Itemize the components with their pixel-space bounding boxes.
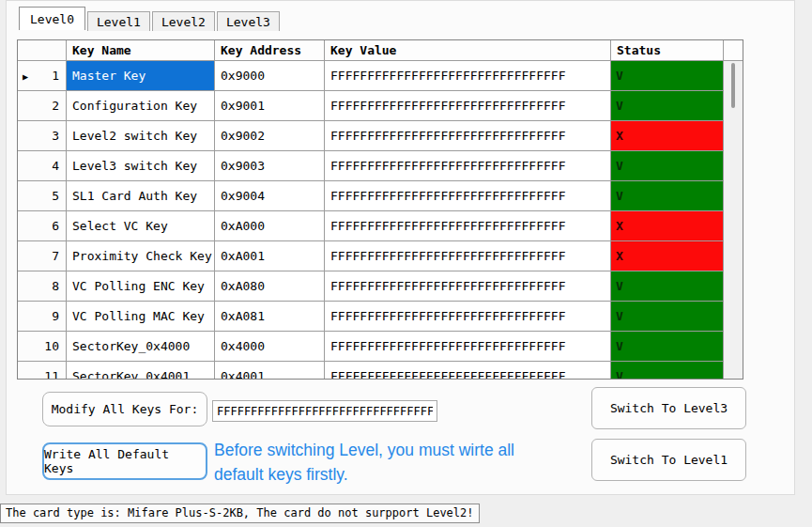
cell-status[interactable]: V (611, 151, 724, 181)
table-row: 8VC Polling ENC Key0xA080FFFFFFFFFFFFFFF… (18, 271, 724, 302)
tab-level3[interactable]: Level3 (217, 11, 280, 31)
current-row-arrow-icon: ▶ (23, 70, 28, 81)
write-all-default-keys-button[interactable]: Write All Default Keys (42, 442, 207, 480)
table-row: 1▶Master Key0x9000FFFFFFFFFFFFFFFFFFFFFF… (18, 61, 724, 91)
row-number[interactable]: 4 (18, 151, 67, 181)
key-manager-window: { "tabs": [ { "label": "Level0", "active… (0, 0, 812, 527)
cell-status[interactable]: V (611, 181, 724, 211)
cell-key-address[interactable]: 0xA080 (215, 271, 325, 302)
cell-key-name[interactable]: SectorKey_0x4001 (67, 362, 215, 380)
modify-all-keys-button[interactable]: Modify All Keys For: (42, 392, 207, 426)
table-row: 10SectorKey_0x40000x4000FFFFFFFFFFFFFFFF… (18, 332, 724, 362)
cell-key-name[interactable]: Level3 switch Key (67, 151, 215, 181)
level-tab-strip: Level0Level1Level2Level3 (19, 7, 282, 29)
row-number[interactable]: 5 (18, 181, 67, 211)
cell-key-address[interactable]: 0x9002 (215, 121, 325, 151)
keys-table: Key NameKey AddressKey ValueStatus1▶Mast… (17, 39, 743, 380)
row-number[interactable]: 8 (18, 271, 67, 302)
table-header-row: Key NameKey AddressKey ValueStatus (18, 40, 724, 61)
cell-key-value[interactable]: FFFFFFFFFFFFFFFFFFFFFFFFFFFFFFFF (325, 332, 611, 362)
row-number[interactable]: 2 (18, 91, 67, 121)
cell-status[interactable]: V (611, 362, 724, 380)
tab-level0[interactable]: Level0 (19, 7, 85, 30)
cell-key-name[interactable]: Proximity Check Key (67, 241, 215, 271)
cell-status[interactable]: X (611, 241, 724, 271)
table-row: 4Level3 switch Key0x9003FFFFFFFFFFFFFFFF… (18, 151, 724, 181)
cell-key-address[interactable]: 0xA081 (215, 302, 325, 332)
cell-status[interactable]: V (611, 91, 724, 121)
column-header-status[interactable]: Status (611, 40, 724, 61)
cell-key-name[interactable]: VC Polling ENC Key (67, 271, 215, 302)
cell-key-name[interactable]: VC Polling MAC Key (67, 302, 215, 332)
cell-key-address[interactable]: 0x9001 (215, 91, 325, 121)
status-bar: The card type is: Mifare Plus-S-2KB, The… (0, 504, 480, 523)
cell-status[interactable]: V (611, 61, 724, 91)
column-header-key-value[interactable]: Key Value (325, 40, 611, 61)
tab-level2[interactable]: Level2 (152, 11, 215, 31)
cell-key-address[interactable]: 0x4001 (215, 362, 325, 380)
cell-status[interactable]: V (611, 271, 724, 302)
table-row: 11SectorKey_0x40010x4001FFFFFFFFFFFFFFFF… (18, 362, 724, 380)
table-row: 9VC Polling MAC Key0xA081FFFFFFFFFFFFFFF… (18, 302, 724, 332)
row-number[interactable]: 6 (18, 211, 67, 241)
row-header-corner (18, 40, 67, 61)
row-number[interactable]: 11 (18, 362, 67, 380)
cell-key-name[interactable]: Master Key (67, 61, 215, 91)
column-header-key-address[interactable]: Key Address (215, 40, 325, 61)
row-number[interactable]: 1▶ (18, 61, 67, 91)
cell-key-name[interactable]: Level2 switch Key (67, 121, 215, 151)
cell-key-value[interactable]: FFFFFFFFFFFFFFFFFFFFFFFFFFFFFFFF (325, 302, 611, 332)
table-row: 7Proximity Check Key0xA001FFFFFFFFFFFFFF… (18, 241, 724, 271)
table-row: 3Level2 switch Key0x9002FFFFFFFFFFFFFFFF… (18, 121, 724, 151)
cell-key-address[interactable]: 0x9000 (215, 61, 325, 91)
table-scrollbar-column (724, 40, 743, 379)
cell-status[interactable]: X (611, 211, 724, 241)
cell-key-value[interactable]: FFFFFFFFFFFFFFFFFFFFFFFFFFFFFFFF (325, 151, 611, 181)
row-number[interactable]: 7 (18, 241, 67, 271)
cell-key-name[interactable]: Select VC Key (67, 211, 215, 241)
cell-key-value[interactable]: FFFFFFFFFFFFFFFFFFFFFFFFFFFFFFFF (325, 91, 611, 121)
cell-key-value[interactable]: FFFFFFFFFFFFFFFFFFFFFFFFFFFFFFFF (325, 61, 611, 91)
cell-key-address[interactable]: 0xA000 (215, 211, 325, 241)
row-number[interactable]: 9 (18, 302, 67, 332)
keys-table-body: Key NameKey AddressKey ValueStatus1▶Mast… (18, 40, 724, 380)
switch-to-level1-button[interactable]: Switch To Level1 (591, 439, 746, 481)
cell-key-address[interactable]: 0x9004 (215, 181, 325, 211)
cell-key-value[interactable]: FFFFFFFFFFFFFFFFFFFFFFFFFFFFFFFF (325, 211, 611, 241)
cell-key-value[interactable]: FFFFFFFFFFFFFFFFFFFFFFFFFFFFFFFF (325, 271, 611, 302)
table-row: 5SL1 Card Auth Key0x9004FFFFFFFFFFFFFFFF… (18, 181, 724, 211)
table-row: 2Configuration Key0x9001FFFFFFFFFFFFFFFF… (18, 91, 724, 121)
cell-key-address[interactable]: 0xA001 (215, 241, 325, 271)
cell-status[interactable]: X (611, 121, 724, 151)
switch-level-notice: Before switching Level, you must wirte a… (214, 438, 543, 487)
cell-key-address[interactable]: 0x9003 (215, 151, 325, 181)
table-row: 6Select VC Key0xA000FFFFFFFFFFFFFFFFFFFF… (18, 211, 724, 241)
cell-key-value[interactable]: FFFFFFFFFFFFFFFFFFFFFFFFFFFFFFFF (325, 362, 611, 380)
cell-key-name[interactable]: Configuration Key (67, 91, 215, 121)
vertical-scrollbar-thumb[interactable] (731, 63, 735, 108)
key-value-input[interactable] (212, 400, 437, 422)
cell-key-name[interactable]: SectorKey_0x4000 (67, 332, 215, 362)
row-number[interactable]: 10 (18, 332, 67, 362)
tab-level1[interactable]: Level1 (87, 11, 150, 31)
cell-key-address[interactable]: 0x4000 (215, 332, 325, 362)
cell-key-value[interactable]: FFFFFFFFFFFFFFFFFFFFFFFFFFFFFFFF (325, 121, 611, 151)
vertical-scrollbar-track[interactable] (724, 61, 743, 379)
cell-status[interactable]: V (611, 302, 724, 332)
table-filler-header (724, 40, 743, 61)
cell-status[interactable]: V (611, 332, 724, 362)
cell-key-name[interactable]: SL1 Card Auth Key (67, 181, 215, 211)
cell-key-value[interactable]: FFFFFFFFFFFFFFFFFFFFFFFFFFFFFFFF (325, 181, 611, 211)
cell-key-value[interactable]: FFFFFFFFFFFFFFFFFFFFFFFFFFFFFFFF (325, 241, 611, 271)
switch-to-level3-button[interactable]: Switch To Level3 (591, 387, 746, 429)
row-number[interactable]: 3 (18, 121, 67, 151)
column-header-key-name[interactable]: Key Name (67, 40, 215, 61)
